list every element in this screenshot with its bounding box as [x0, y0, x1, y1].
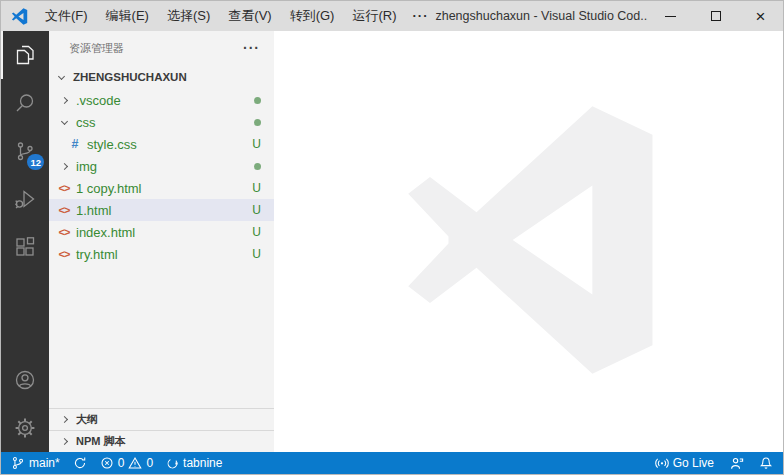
gear-icon — [13, 416, 37, 440]
broadcast-icon — [655, 456, 669, 470]
files-icon — [13, 43, 37, 67]
file-label: style.css — [87, 137, 137, 152]
window-controls: × — [648, 1, 783, 31]
outline-section-header[interactable]: 大纲 — [49, 408, 274, 430]
git-untracked-badge: U — [252, 181, 261, 195]
status-bar: main* 0 0 tabnine — [1, 452, 783, 474]
html-file-icon: <> — [59, 249, 70, 260]
menu-edit[interactable]: 编辑(E) — [97, 1, 158, 31]
vscode-logo-icon — [11, 8, 28, 25]
sync-icon — [73, 456, 87, 470]
activity-bar: 12 — [1, 31, 49, 452]
folder-label: css — [76, 115, 96, 130]
sidebar-bottom-sections: 大纲 NPM 脚本 — [49, 408, 274, 452]
chevron-right-icon — [60, 96, 67, 103]
git-untracked-badge: U — [252, 225, 261, 239]
menu-file[interactable]: 文件(F) — [36, 1, 97, 31]
vscode-window: 文件(F) 编辑(E) 选择(S) 查看(V) 转到(G) 运行(R) ··· … — [0, 0, 784, 475]
git-untracked-dot-badge — [254, 119, 261, 126]
status-bar-right: Go Live — [640, 456, 773, 471]
tabnine-label: tabnine — [183, 456, 222, 470]
main-area: 12 — [1, 31, 783, 452]
folder-label: .vscode — [76, 93, 121, 108]
npm-scripts-section-label: NPM 脚本 — [76, 434, 126, 449]
activity-source-control-button[interactable]: 12 — [1, 127, 49, 175]
extensions-icon — [13, 235, 37, 259]
explorer-sidebar: 资源管理器 ··· ZHENGSHUCHAXUN .vscode css — [49, 31, 274, 452]
file-label: 1.html — [76, 203, 111, 218]
activity-settings-button[interactable] — [1, 404, 49, 452]
tree-item-img-folder[interactable]: img — [49, 155, 274, 177]
editor-area — [274, 31, 783, 452]
css-file-icon: # — [72, 139, 79, 150]
warning-icon — [128, 456, 142, 470]
menu-bar: 文件(F) 编辑(E) 选择(S) 查看(V) 转到(G) 运行(R) ··· — [36, 1, 435, 31]
sync-changes-button[interactable] — [73, 456, 87, 470]
error-icon — [100, 456, 114, 470]
notifications-button[interactable] — [759, 456, 773, 470]
tabnine-status[interactable]: tabnine — [166, 456, 222, 470]
git-untracked-dot-badge — [254, 163, 261, 170]
tree-item-try-html[interactable]: <> try.html U — [49, 243, 274, 265]
maximize-icon — [711, 11, 721, 21]
git-untracked-badge: U — [252, 137, 261, 151]
close-icon: × — [756, 8, 766, 25]
sidebar-title: 资源管理器 — [69, 41, 124, 56]
error-count: 0 — [118, 456, 125, 470]
titlebar: 文件(F) 编辑(E) 选择(S) 查看(V) 转到(G) 运行(R) ··· … — [1, 1, 783, 31]
file-label: index.html — [76, 225, 135, 240]
activity-explorer-button[interactable] — [1, 31, 49, 79]
npm-scripts-section-header[interactable]: NPM 脚本 — [49, 430, 274, 452]
chevron-right-icon — [60, 162, 67, 169]
chevron-down-icon — [57, 72, 64, 79]
sidebar-more-actions-button[interactable]: ··· — [243, 43, 260, 53]
menu-run[interactable]: 运行(R) — [343, 1, 405, 31]
source-control-badge: 12 — [27, 154, 44, 170]
person-feedback-icon — [729, 456, 744, 471]
activity-extensions-button[interactable] — [1, 223, 49, 271]
feedback-button[interactable] — [729, 456, 744, 471]
minimize-button[interactable] — [648, 1, 693, 31]
branch-name: main* — [29, 456, 60, 470]
tree-item-index-html[interactable]: <> index.html U — [49, 221, 274, 243]
problems-status[interactable]: 0 0 — [100, 456, 153, 470]
run-debug-icon — [13, 187, 37, 211]
html-file-icon: <> — [59, 227, 70, 238]
tree-root-folder[interactable]: ZHENGSHUCHAXUN — [49, 65, 274, 89]
account-icon — [13, 368, 37, 392]
menu-overflow-ellipsis[interactable]: ··· — [405, 1, 435, 31]
activity-search-button[interactable] — [1, 79, 49, 127]
close-button[interactable]: × — [738, 1, 783, 31]
folder-label: img — [76, 159, 97, 174]
file-label: try.html — [76, 247, 118, 262]
maximize-button[interactable] — [693, 1, 738, 31]
git-untracked-badge: U — [252, 203, 261, 217]
tree-item-1-copy-html[interactable]: <> 1 copy.html U — [49, 177, 274, 199]
file-tree: .vscode css # style.css U img — [49, 89, 274, 265]
outline-section-label: 大纲 — [76, 412, 98, 427]
tabnine-icon — [166, 457, 179, 470]
menu-view[interactable]: 查看(V) — [219, 1, 280, 31]
chevron-down-icon — [60, 117, 67, 124]
window-title: zhengshuchaxun - Visual Studio Cod... — [435, 9, 648, 23]
go-live-button[interactable]: Go Live — [655, 456, 714, 470]
root-folder-label: ZHENGSHUCHAXUN — [73, 71, 187, 83]
tree-item-css-folder[interactable]: css — [49, 111, 274, 133]
menu-selection[interactable]: 选择(S) — [158, 1, 219, 31]
git-branch-icon — [11, 456, 25, 470]
tree-item-style-css[interactable]: # style.css U — [49, 133, 274, 155]
sidebar-header: 资源管理器 ··· — [49, 31, 274, 65]
tree-item-1-html[interactable]: <> 1.html U — [49, 199, 274, 221]
search-icon — [13, 91, 37, 115]
html-file-icon: <> — [59, 205, 70, 216]
menu-goto[interactable]: 转到(G) — [281, 1, 344, 31]
minimize-icon — [665, 16, 676, 17]
tree-item-vscode-folder[interactable]: .vscode — [49, 89, 274, 111]
activity-run-debug-button[interactable] — [1, 175, 49, 223]
go-live-label: Go Live — [673, 456, 714, 470]
git-untracked-badge: U — [252, 247, 261, 261]
activity-account-button[interactable] — [1, 356, 49, 404]
warning-count: 0 — [146, 456, 153, 470]
file-label: 1 copy.html — [76, 181, 142, 196]
git-branch-status[interactable]: main* — [11, 456, 60, 470]
